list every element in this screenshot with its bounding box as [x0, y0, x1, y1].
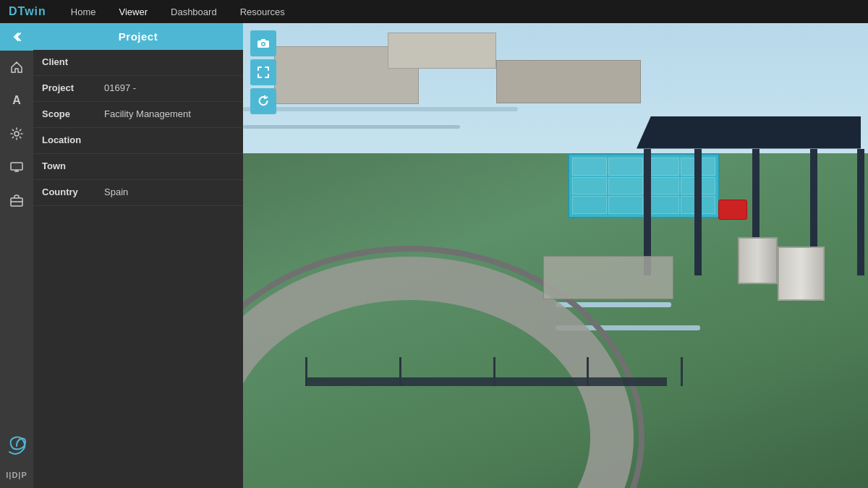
bg-building-2: [388, 33, 496, 69]
fence-post-5: [681, 357, 683, 386]
nav-home[interactable]: Home: [67, 4, 101, 20]
main-layout: A: [0, 23, 868, 488]
expand-icon: [258, 67, 269, 78]
sidebar: A: [0, 23, 33, 488]
panel-table: Client Project 01697 - Scope Facility Ma…: [33, 50, 243, 488]
viewer-area[interactable]: [243, 23, 868, 488]
home-icon: [10, 61, 23, 74]
svg-point-8: [263, 43, 265, 46]
scene-container: [243, 23, 868, 488]
bg-pipe-2: [243, 125, 460, 129]
camera-icon: [257, 38, 270, 48]
tank-1: [778, 247, 825, 301]
sidebar-collapse-button[interactable]: [0, 23, 33, 51]
tank-2: [738, 237, 778, 284]
top-navigation: DTwin Home Viewer Dashboard Resources: [0, 0, 868, 23]
canopy-col-5: [857, 149, 864, 275]
refresh-button[interactable]: [250, 88, 276, 114]
town-value: [98, 154, 243, 179]
nav-dashboard[interactable]: Dashboard: [166, 4, 221, 20]
fence-post-4: [587, 357, 589, 386]
idp-logo: I|D|P: [0, 462, 33, 488]
monitor-icon: [10, 162, 23, 172]
project-label: Project: [33, 76, 98, 101]
sidebar-tools-button[interactable]: [0, 184, 33, 217]
client-value: [98, 50, 243, 75]
sidebar-settings-button[interactable]: [0, 117, 33, 150]
red-equipment: [718, 200, 747, 220]
nav-viewer[interactable]: Viewer: [115, 4, 153, 20]
scope-label: Scope: [33, 102, 98, 127]
wt-cell-1: [572, 158, 607, 176]
svg-rect-9: [261, 39, 265, 41]
panel-row-location: Location: [33, 128, 243, 154]
brand-logo: DTwin: [9, 5, 46, 18]
expand-button[interactable]: [250, 59, 276, 85]
sidebar-text-button[interactable]: A: [0, 84, 33, 117]
text-icon: A: [12, 94, 21, 107]
viewer-controls: [250, 30, 276, 114]
refresh-icon: [258, 95, 269, 107]
camera-button[interactable]: [250, 30, 276, 56]
panel-row-project: Project 01697 -: [33, 76, 243, 102]
country-value: Spain: [98, 180, 243, 205]
location-label: Location: [33, 128, 98, 153]
bg-pipe-1: [243, 107, 518, 111]
project-value: 01697 -: [98, 76, 243, 101]
panel-title: Project: [33, 23, 243, 50]
town-label: Town: [33, 154, 98, 179]
sidebar-home-button[interactable]: [0, 51, 33, 84]
fence-post-3: [493, 357, 495, 386]
platform-base: [543, 256, 673, 299]
fence-post-1: [305, 357, 307, 386]
sidebar-bottom: I|D|P: [0, 430, 33, 488]
location-value: [98, 128, 243, 153]
canopy-roof: [637, 116, 861, 149]
svg-point-0: [14, 132, 19, 136]
client-label: Client: [33, 50, 98, 75]
fence-post-2: [399, 357, 401, 386]
canopy-col-2: [694, 149, 702, 275]
scope-value: Facility Management: [98, 102, 243, 127]
panel-row-country: Country Spain: [33, 180, 243, 206]
country-label: Country: [33, 180, 98, 205]
panel-row-scope: Scope Facility Management: [33, 102, 243, 128]
svg-rect-1: [11, 163, 22, 170]
chevron-left-icon: [12, 32, 22, 42]
bg-building-3: [496, 60, 641, 103]
wt-cell-9: [572, 196, 607, 214]
briefcase-icon: [10, 194, 23, 207]
spiral-logo: [5, 435, 28, 458]
nav-resources[interactable]: Resources: [236, 4, 289, 20]
wt-cell-5: [572, 177, 607, 195]
panel-row-town: Town: [33, 154, 243, 180]
panel-row-client: Client: [33, 50, 243, 76]
gear-icon: [10, 127, 23, 140]
project-panel: Project Client Project 01697 - Scope Fac…: [33, 23, 243, 488]
fence-rail: [305, 377, 667, 386]
spiral-logo-container: [0, 430, 33, 462]
sidebar-monitor-button[interactable]: [0, 150, 33, 184]
